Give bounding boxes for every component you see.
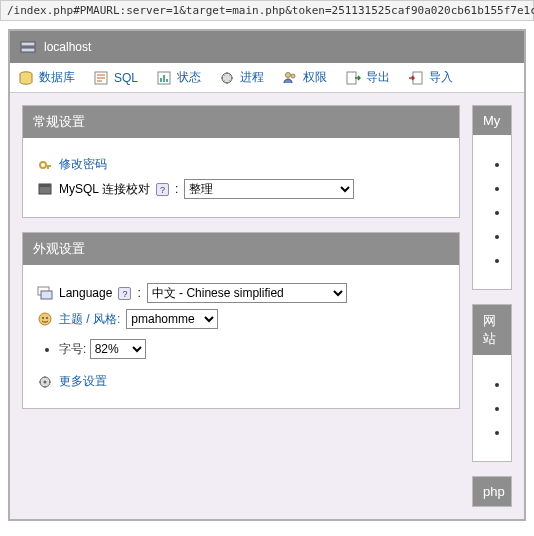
tab-label: 状态 xyxy=(177,69,201,86)
tab-label: 导入 xyxy=(429,69,453,86)
svg-point-20 xyxy=(46,317,48,319)
nav-tabs: 数据库 SQL 状态 进程 权限 导出 导入 xyxy=(10,63,524,93)
svg-point-13 xyxy=(40,162,46,168)
tab-label: 数据库 xyxy=(39,69,75,86)
theme-label[interactable]: 主题 / 风格: xyxy=(59,311,120,328)
theme-select[interactable]: pmahomme xyxy=(126,309,218,329)
collation-select[interactable]: 整理 xyxy=(184,179,354,199)
tab-privileges[interactable]: 权限 xyxy=(282,69,327,86)
colon: : xyxy=(175,182,178,196)
mysql-panel: My xyxy=(472,105,512,290)
panel-title: My xyxy=(473,106,511,135)
svg-point-18 xyxy=(39,313,51,325)
svg-rect-17 xyxy=(41,291,52,299)
fontsize-label: 字号: xyxy=(59,342,86,356)
tab-export[interactable]: 导出 xyxy=(345,69,390,86)
sql-icon xyxy=(93,70,109,86)
help-icon[interactable]: ? xyxy=(156,183,169,196)
server-name: localhost xyxy=(44,40,91,54)
panel-title: 外观设置 xyxy=(23,233,459,265)
server-bar: localhost xyxy=(10,31,524,63)
phpmyadmin-panel: php xyxy=(472,476,512,507)
theme-icon xyxy=(37,311,53,327)
appearance-settings-panel: 外观设置 Language ? : 中文 - Chinese simplifie… xyxy=(22,232,460,409)
tab-label: SQL xyxy=(114,71,138,85)
collation-label: MySQL 连接校对 xyxy=(59,181,150,198)
server-icon xyxy=(20,39,36,55)
svg-point-22 xyxy=(44,380,47,383)
tab-databases[interactable]: 数据库 xyxy=(18,69,75,86)
svg-rect-5 xyxy=(160,78,162,82)
main-frame: localhost 数据库 SQL 状态 进程 权限 导出 导入 xyxy=(8,29,526,521)
panel-title: 常规设置 xyxy=(23,106,459,138)
export-icon xyxy=(345,70,361,86)
change-password-link[interactable]: 修改密码 xyxy=(59,156,107,173)
url-bar[interactable]: /index.php#PMAURL:server=1&target=main.p… xyxy=(0,0,534,21)
webserver-panel: 网站 xyxy=(472,304,512,462)
svg-rect-15 xyxy=(39,184,51,187)
tab-status[interactable]: 状态 xyxy=(156,69,201,86)
svg-rect-1 xyxy=(21,48,35,52)
svg-point-10 xyxy=(291,74,295,78)
import-icon xyxy=(408,70,424,86)
language-icon xyxy=(37,285,53,301)
tab-label: 进程 xyxy=(240,69,264,86)
help-icon[interactable]: ? xyxy=(118,287,131,300)
tab-label: 导出 xyxy=(366,69,390,86)
svg-rect-11 xyxy=(347,72,356,84)
language-label: Language xyxy=(59,286,112,300)
svg-point-19 xyxy=(42,317,44,319)
more-settings-link[interactable]: 更多设置 xyxy=(59,373,107,390)
svg-rect-7 xyxy=(166,79,168,82)
privileges-icon xyxy=(282,70,298,86)
processes-icon xyxy=(219,70,235,86)
tab-processes[interactable]: 进程 xyxy=(219,69,264,86)
fontsize-select[interactable]: 82% xyxy=(90,339,146,359)
general-settings-panel: 常规设置 修改密码 MySQL 连接校对 ? : 整理 xyxy=(22,105,460,218)
tab-import[interactable]: 导入 xyxy=(408,69,453,86)
database-icon xyxy=(18,70,34,86)
tab-sql[interactable]: SQL xyxy=(93,70,138,86)
colon: : xyxy=(137,286,140,300)
status-icon xyxy=(156,70,172,86)
tab-label: 权限 xyxy=(303,69,327,86)
collation-icon xyxy=(37,181,53,197)
fontsize-row: 字号: 82% xyxy=(59,339,445,359)
svg-rect-6 xyxy=(163,75,165,82)
password-icon xyxy=(37,157,53,173)
panel-title: php xyxy=(473,477,511,506)
settings-icon xyxy=(37,374,53,390)
language-select[interactable]: 中文 - Chinese simplified xyxy=(147,283,347,303)
panel-title: 网站 xyxy=(473,305,511,355)
svg-point-9 xyxy=(286,72,291,77)
svg-rect-0 xyxy=(21,42,35,46)
